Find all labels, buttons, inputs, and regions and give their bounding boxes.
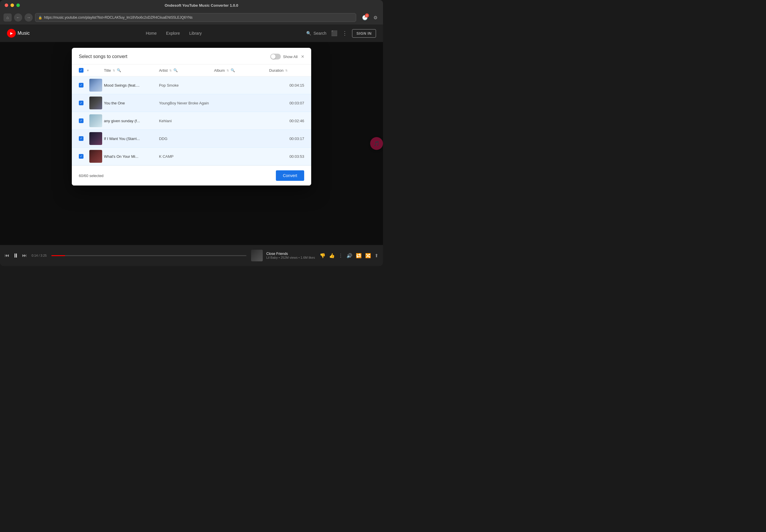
bottom-player: ⏮ ⏸ ⏭ 0:14 / 3:25 Close Friends Lil Baby… bbox=[0, 245, 383, 266]
song-title-1: Mood Swings (feat.... bbox=[104, 83, 159, 87]
row-checkbox-5[interactable]: ✓ bbox=[79, 154, 83, 159]
row-checkbox-cell: ✓ bbox=[79, 101, 89, 105]
back-button[interactable]: ← bbox=[14, 13, 22, 22]
yt-logo-icon: ▶ bbox=[7, 29, 16, 38]
song-table[interactable]: ✓ ▼ Title ⇅ 🔍 Artist ⇅ bbox=[72, 64, 311, 165]
history-button[interactable]: 🕐 2 bbox=[361, 13, 369, 22]
history-badge: 2 bbox=[365, 13, 369, 17]
selected-count: 60/60 selected bbox=[79, 174, 104, 178]
more-options-button[interactable]: ⋮ bbox=[342, 30, 347, 36]
prev-track-icon: ⏮ bbox=[5, 253, 9, 258]
prev-track-button[interactable]: ⏮ bbox=[5, 253, 9, 258]
row-checkbox-4[interactable]: ✓ bbox=[79, 136, 83, 141]
thumbs-up-icon: 👍 bbox=[329, 253, 335, 258]
header-duration-cell[interactable]: Duration ⇅ bbox=[269, 68, 304, 73]
row-checkbox-3[interactable]: ✓ bbox=[79, 118, 83, 123]
yt-logo-text: Music bbox=[17, 31, 30, 36]
player-song-details: Close Friends Lil Baby • 252M views • 1.… bbox=[266, 252, 315, 259]
album-sort-icon[interactable]: ⇅ bbox=[227, 69, 229, 72]
close-window-button[interactable] bbox=[5, 3, 8, 7]
url-bar[interactable]: 🔒 bbox=[35, 13, 356, 22]
song-artist-3: Kehlani bbox=[159, 119, 214, 123]
search-button[interactable]: 🔍 Search bbox=[306, 31, 326, 36]
song-thumbnail-3 bbox=[89, 114, 102, 127]
modal-header: Select songs to convert Show All × bbox=[72, 48, 311, 64]
next-track-button[interactable]: ⏭ bbox=[22, 253, 27, 258]
toggle-knob bbox=[271, 54, 276, 59]
search-label: Search bbox=[314, 31, 326, 36]
expand-button[interactable]: ⬆ bbox=[375, 253, 378, 258]
window-title: Ondesoft YouTube Music Converter 1.0.0 bbox=[25, 3, 378, 8]
artist-sort-icon[interactable]: ⇅ bbox=[169, 69, 171, 72]
pause-button[interactable]: ⏸ bbox=[13, 252, 19, 259]
volume-button[interactable]: 🔊 bbox=[347, 253, 352, 258]
nav-library[interactable]: Library bbox=[189, 30, 202, 37]
settings-button[interactable]: ⚙ bbox=[371, 13, 380, 22]
repeat-button[interactable]: 🔁 bbox=[356, 253, 362, 258]
minimize-window-button[interactable] bbox=[11, 3, 14, 7]
maximize-window-button[interactable] bbox=[16, 3, 20, 7]
nav-home[interactable]: Home bbox=[146, 30, 156, 37]
cast-button[interactable]: ⬛ bbox=[331, 30, 338, 36]
player-thumbnail bbox=[251, 250, 263, 261]
table-row: ✓ Mood Swings (feat.... Pop Smoke 00:04:… bbox=[72, 76, 311, 94]
cast-icon: ⬛ bbox=[331, 30, 338, 36]
song-thumbnail-5 bbox=[89, 150, 102, 163]
thumbs-up-button[interactable]: 👍 bbox=[329, 253, 335, 258]
yt-logo[interactable]: ▶ Music bbox=[7, 29, 30, 38]
row-checkbox-2[interactable]: ✓ bbox=[79, 101, 83, 105]
pause-icon: ⏸ bbox=[13, 252, 19, 259]
header-artist-cell[interactable]: Artist ⇅ 🔍 bbox=[159, 68, 214, 73]
row-checkbox-1[interactable]: ✓ bbox=[79, 83, 83, 87]
forward-button[interactable]: → bbox=[25, 13, 33, 22]
row-checkbox-cell: ✓ bbox=[79, 83, 89, 87]
select-all-checkbox[interactable]: ✓ bbox=[79, 68, 83, 73]
show-all-toggle: Show All bbox=[270, 54, 298, 59]
title-sort-icon[interactable]: ⇅ bbox=[113, 69, 115, 72]
app-window: Ondesoft YouTube Music Converter 1.0.0 ⌂… bbox=[0, 0, 383, 266]
title-filter-icon[interactable]: 🔍 bbox=[117, 68, 121, 72]
player-controls: ⏮ ⏸ ⏭ bbox=[5, 252, 27, 259]
table-row: ✓ You the One YoungBoy Never Broke Again… bbox=[72, 94, 311, 112]
more-icon: ⋮ bbox=[342, 30, 347, 36]
song-artist-4: DDG bbox=[159, 137, 214, 141]
url-input[interactable] bbox=[44, 15, 353, 20]
shuffle-button[interactable]: 🔀 bbox=[365, 253, 371, 258]
song-title-5: What's On Your Mi... bbox=[104, 154, 159, 159]
shuffle-icon: 🔀 bbox=[365, 253, 371, 258]
table-body: ✓ Mood Swings (feat.... Pop Smoke 00:04:… bbox=[72, 76, 311, 165]
header-duration-label: Duration bbox=[269, 68, 284, 73]
header-sort-icon: ▼ bbox=[86, 69, 89, 72]
selected-count-number: 60/60 bbox=[79, 174, 88, 178]
forward-icon: → bbox=[27, 15, 31, 20]
row-thumbnail-cell bbox=[89, 79, 104, 92]
expand-icon: ⬆ bbox=[375, 253, 378, 258]
repeat-icon: 🔁 bbox=[356, 253, 362, 258]
thumbs-down-button[interactable]: 👎 bbox=[320, 253, 326, 258]
player-song-info: Close Friends Lil Baby • 252M views • 1.… bbox=[251, 250, 315, 261]
song-duration-1: 00:04:15 bbox=[269, 83, 304, 87]
checkbox-check-icon: ✓ bbox=[80, 155, 82, 158]
progress-bar[interactable] bbox=[51, 255, 246, 256]
player-song-name: Close Friends bbox=[266, 252, 315, 256]
modal-overlay: Select songs to convert Show All × bbox=[0, 42, 383, 245]
sign-in-button[interactable]: SIGN IN bbox=[352, 29, 376, 38]
show-all-toggle-switch[interactable] bbox=[270, 54, 281, 59]
header-album-cell[interactable]: Album ⇅ 🔍 bbox=[214, 68, 269, 73]
nav-explore[interactable]: Explore bbox=[166, 30, 180, 37]
song-thumbnail-2 bbox=[89, 97, 102, 109]
settings-icon: ⚙ bbox=[373, 15, 377, 20]
traffic-lights bbox=[5, 3, 20, 7]
row-checkbox-cell: ✓ bbox=[79, 118, 89, 123]
album-filter-icon[interactable]: 🔍 bbox=[231, 68, 235, 72]
duration-sort-icon[interactable]: ⇅ bbox=[285, 69, 288, 72]
convert-button[interactable]: Convert bbox=[276, 170, 304, 181]
close-icon: × bbox=[301, 54, 304, 59]
player-more-button[interactable]: ⋮ bbox=[338, 253, 343, 258]
show-all-label: Show All bbox=[283, 55, 298, 59]
song-duration-2: 00:03:07 bbox=[269, 101, 304, 105]
header-title-cell[interactable]: Title ⇅ 🔍 bbox=[104, 68, 159, 73]
artist-filter-icon[interactable]: 🔍 bbox=[173, 68, 178, 72]
home-button[interactable]: ⌂ bbox=[3, 13, 12, 22]
modal-close-button[interactable]: × bbox=[301, 54, 304, 59]
